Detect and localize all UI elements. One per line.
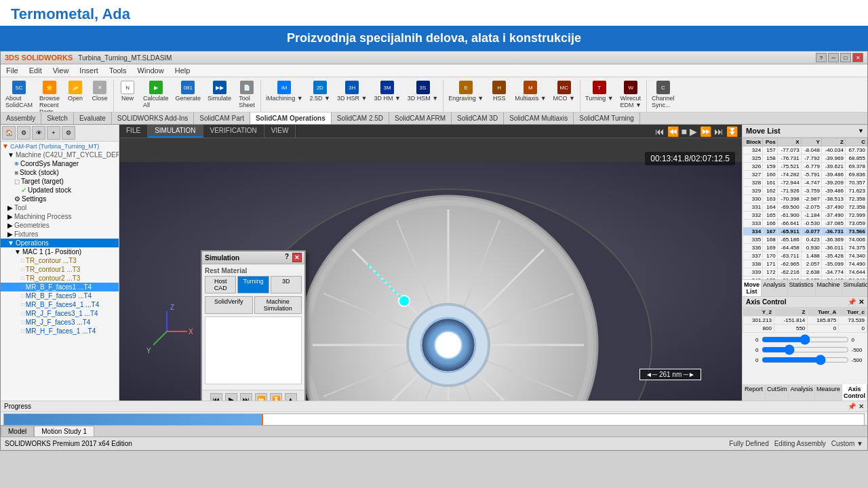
table-row[interactable]: 336 169 -64.458 0.930 -36.011 74.375	[743, 244, 867, 252]
axis-close-btn[interactable]: ✕	[859, 298, 864, 306]
progress-bar[interactable]	[3, 413, 865, 426]
turning-btn[interactable]: TTurning ▼	[582, 79, 617, 113]
browse-recent-btn[interactable]: ⭐BrowseRecentParts	[36, 79, 63, 113]
2d5-btn[interactable]: 2D2.5D ▼	[307, 79, 334, 113]
sim-fast-fwd-btn[interactable]: ⏩	[255, 393, 267, 401]
tree-item-mr-h-f-faces-1[interactable]: □MR_H_F_faces_1 ...T4	[1, 327, 119, 336]
maximize-btn[interactable]: □	[840, 53, 851, 62]
ab-tab-measure[interactable]: Measure	[815, 384, 842, 401]
about-solidcam-btn[interactable]: SCAboutSolidCAM	[2, 79, 36, 113]
tab-solidcam-part[interactable]: SolidCAM Part	[194, 113, 250, 124]
move-list-table[interactable]: Block Pos X Y Z C 324 157 -77.073 -8.048	[743, 138, 867, 279]
vp-tab-file[interactable]: FILE	[119, 125, 148, 138]
ml-tab-simulation[interactable]: Simulation	[842, 280, 867, 296]
081-generate-btn[interactable]: 081Generate	[172, 79, 205, 113]
sim-step-fwd-btn[interactable]: ⏭	[240, 393, 252, 401]
menu-view[interactable]: View	[50, 66, 72, 75]
table-row[interactable]: 324 157 -77.073 -8.048 -40.034 67.730	[743, 146, 867, 155]
axis-pin-btn[interactable]: 📌	[848, 298, 856, 306]
menu-help[interactable]: Help	[172, 66, 193, 75]
minimize-btn[interactable]: ─	[828, 53, 839, 62]
tree-item-coordsys[interactable]: ⊕CoordSys Manager	[1, 159, 119, 168]
sim-play-btn[interactable]: ▶	[225, 393, 237, 401]
tab-solidcam-operations[interactable]: SolidCAM Operations	[250, 113, 332, 124]
play-back-btn[interactable]: ⏪	[667, 126, 679, 137]
menu-edit[interactable]: Edit	[26, 66, 45, 75]
sim-3d-btn[interactable]: 3D	[271, 276, 302, 293]
progress-close-btn[interactable]: ✕	[859, 403, 864, 410]
tree-item-mr-b-f-faces4-1[interactable]: □MR_B_F_faces4_1 ...T4	[1, 300, 119, 309]
move-list-dropdown-icon[interactable]: ▼	[858, 127, 864, 134]
ml-tab-machine[interactable]: Machine	[816, 280, 842, 296]
sim-speed-btn[interactable]: ▲	[285, 393, 297, 401]
status-custom[interactable]: Custom ▼	[831, 440, 863, 447]
tree-item-tool[interactable]: ▶Tool	[1, 203, 119, 212]
tab-solidcam-multiaxis[interactable]: SolidCAM Multiaxis	[504, 113, 574, 124]
tab-solidcam-25d[interactable]: SolidCAM 2.5D	[332, 113, 389, 124]
axis-slider-3[interactable]	[762, 356, 849, 364]
tree-item-machining-process[interactable]: ▶Machining Process	[1, 212, 119, 221]
ml-tab-move-list[interactable]: Move List	[743, 280, 762, 296]
tab-assembly[interactable]: Assembly	[1, 113, 41, 124]
tab-evaluate[interactable]: Evaluate	[74, 113, 112, 124]
menu-tools[interactable]: Tools	[106, 66, 130, 75]
ml-tab-statistics[interactable]: Statistics	[788, 280, 816, 296]
tree-item-target[interactable]: ◻Target (target)	[1, 177, 119, 186]
tab-solidworks-addins[interactable]: SOLIDWORKS Add-Ins	[112, 113, 194, 124]
engraving-btn[interactable]: EEngraving ▼	[445, 79, 487, 113]
panel-view-btn[interactable]: 👁	[32, 126, 45, 140]
tree-item-mr-b-f-faces1[interactable]: □MR_B_F_faces1 ...T4	[1, 283, 119, 291]
multiaxis-btn[interactable]: MMultiaxis ▼	[511, 79, 549, 113]
imachining-btn[interactable]: iMiMachining ▼	[262, 79, 306, 113]
progress-pin-btn[interactable]: 📌	[848, 403, 856, 410]
play-prev-btn[interactable]: ⏮	[655, 126, 665, 137]
simulate-btn[interactable]: ▶▶Simulate	[204, 79, 235, 113]
table-row[interactable]: 338 171 -62.965 2.057 -35.099 74.490	[743, 260, 867, 268]
vp-tab-view[interactable]: VIEW	[264, 125, 296, 138]
play-step-btn[interactable]: ⏩	[700, 126, 711, 137]
panel-gear-btn[interactable]: ⚙	[62, 126, 75, 140]
tree-item-geometries[interactable]: ▶Geometries	[1, 221, 119, 230]
tree-item-mr-j-f-faces3[interactable]: □MR_J_F_faces3 ...T4	[1, 318, 119, 327]
tree-item-cam-part[interactable]: ▼CAM-Part (Turbina_Turning_MT)	[1, 142, 119, 150]
ml-tab-analysis[interactable]: Analysis	[762, 280, 788, 296]
table-row[interactable]: 333 166 -66.641 -0.530 -37.085 73.059	[743, 220, 867, 228]
sim-help-btn[interactable]: ?	[283, 253, 291, 262]
open-btn[interactable]: 📂Open	[63, 79, 87, 113]
sim-machine-sim-btn[interactable]: Machine Simulation	[254, 296, 302, 314]
tab-solidcam-turning[interactable]: SolidCAM Turning	[574, 113, 640, 124]
tab-sketch[interactable]: Sketch	[41, 113, 74, 124]
tab-solidcam-3d[interactable]: SolidCAM 3D	[452, 113, 504, 124]
tree-item-fixtures[interactable]: ▶Fixtures	[1, 230, 119, 239]
close-btn[interactable]: ✕	[852, 53, 863, 62]
tree-item-stock[interactable]: ■Stock (stock)	[1, 168, 119, 177]
sim-close-btn[interactable]: ✕	[292, 253, 302, 262]
tree-item-tr-contour2[interactable]: □TR_contour2 ...T3	[1, 274, 119, 283]
channel-sync-btn[interactable]: CChannelSync...	[648, 79, 678, 113]
tree-item-settings[interactable]: ⚙Settings	[1, 195, 119, 203]
vp-tab-simulation[interactable]: SIMULATION	[148, 125, 203, 138]
table-row[interactable]: 329 162 -71.926 -3.759 -39.486 71.623	[743, 187, 867, 195]
axis-slider-2[interactable]	[762, 346, 849, 354]
table-row[interactable]: 328 161 -72.944 -4.747 -39.209 70.357	[743, 179, 867, 187]
table-row[interactable]: 339 172 -62.216 2.638 -34.774 74.644	[743, 268, 867, 277]
table-row[interactable]: 337 170 -63.711 1.488 -35.428 74.340	[743, 252, 867, 260]
mco-btn[interactable]: MCMCO ▼	[550, 79, 578, 113]
tool-sheet-btn[interactable]: 📄ToolSheet	[235, 79, 259, 113]
menu-file[interactable]: File	[3, 66, 21, 75]
table-row[interactable]: 325 158 -76.731 -7.792 -39.969 68.855	[743, 155, 867, 163]
hss-btn[interactable]: HHSS	[487, 79, 511, 113]
3dhsm-btn[interactable]: 3S3D HSM ▼	[404, 79, 441, 113]
sim-prev-btn[interactable]: ⏮	[210, 393, 222, 401]
tab-solidcam-afrm[interactable]: SolidCAM AFRM	[389, 113, 452, 124]
play-btn[interactable]: ▶	[690, 126, 697, 137]
ab-tab-axis-control[interactable]: Axis Control	[842, 384, 867, 401]
table-row[interactable]: 332 165 -61.900 -1.184 -37.490 72.999	[743, 211, 867, 220]
search-help-btn[interactable]: ?	[816, 53, 827, 62]
sim-host-cad-btn[interactable]: Host CAD	[205, 276, 236, 293]
ab-tab-cutsim[interactable]: CutSim	[766, 384, 789, 401]
table-row[interactable]: 335 168 -65.186 0.423 -36.369 74.006	[743, 236, 867, 244]
ab-tab-analysis[interactable]: Analysis	[789, 384, 815, 401]
ab-tab-report[interactable]: Report	[743, 384, 766, 401]
tree-item-operations[interactable]: ▼Operations	[1, 239, 119, 247]
